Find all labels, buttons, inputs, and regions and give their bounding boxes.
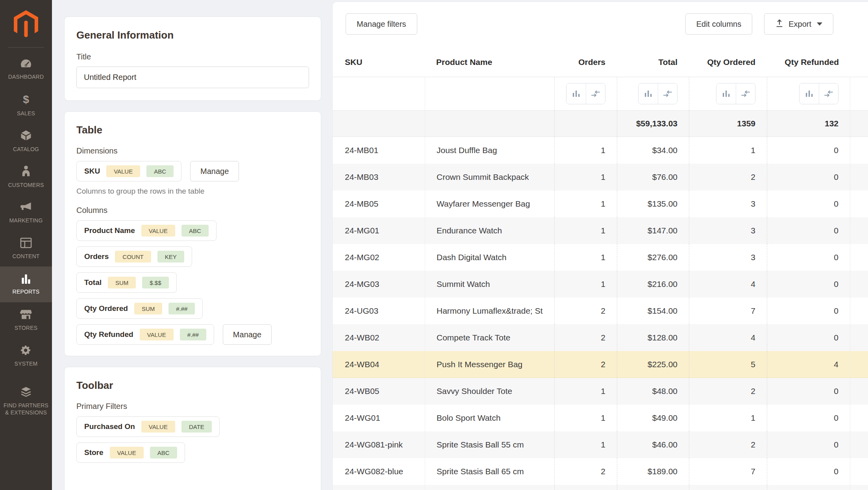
type-badge: SUM xyxy=(134,303,162,314)
filter-chip-store[interactable]: StoreVALUEABC xyxy=(76,442,185,463)
sidebar-item-marketing[interactable]: MARKETING xyxy=(0,195,52,231)
column-view-toggle xyxy=(716,83,755,104)
columns-label: Columns xyxy=(76,206,309,215)
chevron-down-icon xyxy=(817,22,822,26)
column-header-qty-ordered[interactable]: Qty Ordered xyxy=(689,48,767,77)
export-upload-icon xyxy=(775,19,784,30)
table-row[interactable]: 24-MG01Endurance Watch1$147.0030 xyxy=(333,217,868,244)
sidebar-item-sales[interactable]: $SALES xyxy=(0,87,52,123)
column-chip-total[interactable]: TotalSUM$.$$ xyxy=(76,272,177,293)
table-row[interactable]: 24-MB03Crown Summit Backpack1$76.0020 xyxy=(333,164,868,190)
column-header-product-name[interactable]: Product Name xyxy=(425,48,554,77)
sidebar-item-customers[interactable]: CUSTOMERS xyxy=(0,159,52,195)
bar-chart-icon[interactable] xyxy=(716,83,736,104)
column-header-qty-refunded[interactable]: Qty Refunded xyxy=(767,48,850,77)
table-row[interactable]: 24-MB01Joust Duffle Bag1$34.0010 xyxy=(333,137,868,164)
manage-filters-button[interactable]: Manage filters xyxy=(346,13,417,35)
dimensions-row: SKUVALUEABC Manage xyxy=(76,161,309,181)
table-config-card: Table Dimensions SKUVALUEABC Manage Colu… xyxy=(64,111,321,356)
column-chip-orders[interactable]: OrdersCOUNTKEY xyxy=(76,246,192,267)
sidebar-item-label: MARKETING xyxy=(9,217,43,224)
bar-chart-icon[interactable] xyxy=(639,83,658,104)
stores-icon xyxy=(20,309,32,322)
dimensions-caption: Columns to group the rows in the table xyxy=(76,187,309,196)
cell-empty xyxy=(554,485,617,490)
cell-total: $49.00 xyxy=(617,405,689,431)
filter-cell-qty-refunded xyxy=(767,77,850,110)
sidebar-item-stores[interactable]: STORES xyxy=(0,302,52,338)
report-title-input[interactable] xyxy=(76,67,309,88)
title-label: Title xyxy=(76,52,309,61)
sidebar-nav: DASHBOARD$SALESCATALOGCUSTOMERSMARKETING… xyxy=(0,52,52,421)
edit-columns-button[interactable]: Edit columns xyxy=(685,13,753,35)
cell-orders: 1 xyxy=(554,405,617,431)
column-header-sku[interactable]: SKU xyxy=(333,48,425,77)
table-row[interactable]: 24-WG081-pinkSprite Stasis Ball 55 cm1$4… xyxy=(333,431,868,458)
table-row[interactable]: 24-WB05Savvy Shoulder Tote1$48.0020 xyxy=(333,378,868,405)
table-row[interactable]: 24-MB05Wayfarer Messenger Bag1$135.0030 xyxy=(333,190,868,217)
cell-total: $225.00 xyxy=(617,351,689,377)
dimension-chip-sku[interactable]: SKUVALUEABC xyxy=(76,161,181,181)
cell-sku: 24-MB03 xyxy=(333,164,425,190)
column-chip-qty-ordered[interactable]: Qty OrderedSUM#.## xyxy=(76,298,203,319)
cell-orders: 2 xyxy=(554,351,617,377)
cell-sku: 24-UG03 xyxy=(333,298,425,324)
table-totals-row: $59,133.031359132 xyxy=(333,111,868,137)
column-header-orders[interactable]: Orders xyxy=(554,48,617,77)
sidebar-item-content[interactable]: CONTENT xyxy=(0,231,52,266)
sidebar-item-reports[interactable]: REPORTS xyxy=(0,266,52,302)
sidebar-item-find-partners[interactable]: FIND PARTNERS & EXTENSIONS xyxy=(0,381,52,421)
compress-arrows-icon[interactable] xyxy=(658,83,677,104)
totals-cell-total: $59,133.03 xyxy=(617,111,689,137)
sidebar-item-label: CUSTOMERS xyxy=(8,181,44,189)
cell-total: $76.00 xyxy=(617,164,689,190)
table-row[interactable]: 24-MG03Summit Watch1$216.0040 xyxy=(333,271,868,298)
cell-total: $135.00 xyxy=(617,190,689,217)
column-view-toggle xyxy=(799,83,838,104)
general-information-title: General Information xyxy=(76,29,309,41)
filter-cell-product-name xyxy=(425,77,554,110)
cell-sku: 24-WG082-blue xyxy=(333,458,425,485)
cell-total: $128.00 xyxy=(617,324,689,351)
table-row[interactable]: 24-WG01Bolo Sport Watch1$49.0010 xyxy=(333,405,868,431)
sidebar-divider xyxy=(8,47,44,48)
type-badge: COUNT xyxy=(115,251,151,263)
compress-arrows-icon[interactable] xyxy=(736,83,755,104)
cell-total: $276.00 xyxy=(617,244,689,271)
bar-chart-icon[interactable] xyxy=(566,83,586,104)
manage-columns-button[interactable]: Manage xyxy=(223,324,272,345)
type-badge: VALUE xyxy=(141,225,175,237)
filter-chip-purchased-on[interactable]: Purchased OnVALUEDATE xyxy=(76,416,220,437)
column-chip-qty-refunded[interactable]: Qty RefundedVALUE#.## xyxy=(76,324,214,345)
chip-label: Store xyxy=(84,448,104,457)
column-header-total[interactable]: Total xyxy=(617,48,689,77)
column-chip-product-name[interactable]: Product NameVALUEABC xyxy=(76,220,217,241)
sidebar-item-dashboard[interactable]: DASHBOARD xyxy=(0,52,52,87)
export-label: Export xyxy=(788,20,811,29)
column-chip-row: Product NameVALUEABC xyxy=(76,220,309,241)
table-row[interactable]: 24-UG03Harmony Lumaflex&trade; St2$154.0… xyxy=(333,298,868,324)
cell-orders: 1 xyxy=(554,164,617,190)
magento-logo-icon[interactable] xyxy=(0,0,52,39)
chip-label: Qty Ordered xyxy=(84,304,128,313)
cell-product-name: Sprite Stasis Ball 65 cm xyxy=(425,458,554,485)
sidebar-item-label: SYSTEM xyxy=(15,360,38,367)
cell-qty-refunded: 0 xyxy=(767,164,850,190)
cell-qty-ordered: 2 xyxy=(689,164,767,190)
manage-dimensions-button[interactable]: Manage xyxy=(190,161,239,181)
table-row[interactable]: 24-WB04Push It Messenger Bag2$225.0054 xyxy=(333,351,868,378)
export-button[interactable]: Export xyxy=(764,13,833,35)
bar-chart-icon[interactable] xyxy=(800,83,819,104)
system-icon xyxy=(20,345,31,357)
column-chip-row: OrdersCOUNTKEY xyxy=(76,246,309,267)
table-row[interactable]: 24-WG082-blueSprite Stasis Ball 65 cm2$1… xyxy=(333,458,868,485)
compress-arrows-icon[interactable] xyxy=(819,83,838,104)
sidebar-item-catalog[interactable]: CATALOG xyxy=(0,123,52,159)
table-row[interactable]: 24-MG02Dash Digital Watch1$276.0030 xyxy=(333,244,868,271)
sidebar-item-label: REPORTS xyxy=(13,288,40,295)
chip-label: Qty Refunded xyxy=(84,330,133,339)
table-row[interactable]: 24-WB02Compete Track Tote2$128.0040 xyxy=(333,324,868,351)
compress-arrows-icon[interactable] xyxy=(586,83,605,104)
dimensions-label: Dimensions xyxy=(76,146,309,155)
sidebar-item-system[interactable]: SYSTEM xyxy=(0,338,52,374)
